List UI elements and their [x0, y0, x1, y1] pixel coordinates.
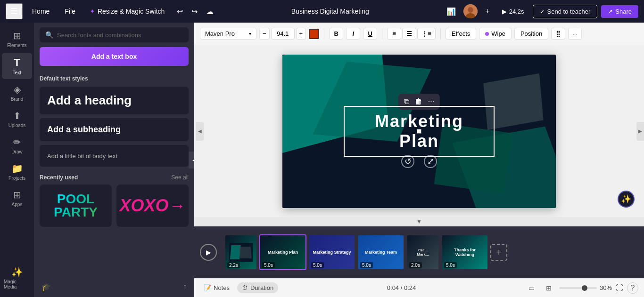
rotate-area: ↺ ⤢ [401, 155, 437, 168]
italic-button[interactable]: I [346, 28, 360, 40]
see-all-button[interactable]: See all [171, 174, 189, 181]
home-button[interactable]: Home [26, 5, 55, 18]
body-style-item[interactable]: Add a little bit of body text [40, 145, 189, 167]
sidebar-item-brand[interactable]: ◈ Brand [2, 80, 32, 105]
heading-style-item[interactable]: Add a heading [40, 87, 189, 114]
elements-icon: ⊞ [13, 30, 21, 41]
add-textbox-button[interactable]: Add a text box [40, 47, 189, 66]
panel-bottom-left-icon[interactable]: 🎓 [41, 282, 51, 291]
fullscreen-button[interactable]: ⛶ [616, 284, 623, 292]
slide-thumb-1[interactable]: 2.2s [224, 234, 257, 270]
slide-thumb-3[interactable]: Marketing Strategy 5.0s [308, 234, 355, 270]
analytics-button[interactable]: 📊 [443, 5, 460, 18]
file-button[interactable]: File [59, 5, 81, 18]
sidebar-item-magic-media[interactable]: ✨ Magic Media [2, 263, 32, 293]
font-family-selector[interactable]: Maven Pro ▾ [200, 28, 256, 40]
subheading-preview: Add a subheading [47, 125, 121, 134]
help-button[interactable]: ? [627, 282, 638, 294]
slide-duration-3: 5.0s [311, 262, 324, 268]
effects-button[interactable]: Effects [446, 28, 477, 40]
more-actions-button[interactable]: ··· [428, 97, 434, 106]
panel-collapse-left-button[interactable]: ◀ [196, 122, 204, 141]
panel-bottom-right-icon[interactable]: ↑ [183, 282, 187, 291]
slide-duration-4: 5.0s [360, 262, 373, 268]
sidebar-item-apps[interactable]: ⊞ Apps [2, 185, 32, 211]
font-search-input[interactable] [57, 32, 183, 39]
view-grid-button[interactable]: ⊞ [542, 282, 555, 294]
copy-style-button[interactable]: ⧉ [404, 97, 409, 106]
delete-element-button[interactable]: 🗑 [415, 97, 422, 106]
position-button[interactable]: Position [514, 28, 548, 40]
slide-thumb-6[interactable]: Thanks forWatching 5.0s [441, 234, 488, 270]
page-nav-button[interactable]: ▼ [413, 217, 426, 226]
plus-button[interactable]: + [481, 5, 493, 17]
sidebar-item-elements[interactable]: ⊞ Elements [2, 26, 32, 52]
font-size-decrease-button[interactable]: − [259, 28, 270, 40]
avatar[interactable] [463, 4, 478, 18]
resize-magic-button[interactable]: ✦ Resize & Magic Switch [85, 5, 169, 18]
font-search-area: 🔍 [34, 23, 194, 47]
wipe-button[interactable]: Wipe [479, 28, 512, 40]
magic-switch-icon: ✦ [90, 8, 95, 15]
checkmark-icon: ✓ [540, 8, 545, 15]
timeline-play-area: ▶ [194, 226, 223, 278]
draw-icon: ✏ [13, 136, 21, 148]
svg-rect-5 [239, 247, 252, 258]
duration-button[interactable]: ⏱ Duration [237, 282, 278, 293]
slide-thumb-4[interactable]: Marketing Team 5.0s [357, 234, 405, 270]
zoom-slider[interactable] [559, 287, 597, 289]
undo-button[interactable]: ↩ [173, 5, 187, 18]
sidebar-item-draw[interactable]: ✏ Draw [2, 133, 32, 158]
align-options-button[interactable]: ⋮≡ [417, 28, 436, 40]
rotate-handle-left[interactable]: ↺ [401, 155, 414, 168]
wipe-dot-icon [485, 32, 489, 36]
font-size-increase-button[interactable]: + [296, 28, 306, 40]
slide-thumb-5[interactable]: Cre...Mark... 2.0s [406, 234, 439, 270]
more-options-button[interactable]: ··· [568, 28, 582, 40]
bottom-strip: ▼ [194, 217, 644, 226]
sidebar-item-text[interactable]: T Text [2, 53, 32, 79]
sidebar-item-uploads[interactable]: ⬆ Uploads [2, 106, 32, 132]
slides-strip: 2.2s Marketing Plan 5.0s Marketing Strat… [223, 226, 644, 278]
share-button[interactable]: ↗ Share [601, 5, 638, 18]
align-left-button[interactable]: ≡ [387, 28, 401, 40]
view-normal-button[interactable]: ▭ [525, 282, 538, 294]
duration-icon: ⏱ [242, 284, 248, 291]
font-thumb-xoxo[interactable]: XOXO→ [116, 185, 189, 227]
notes-button[interactable]: 📝 Notes [200, 282, 233, 293]
panel-collapse-right-button[interactable]: ▶ [636, 122, 644, 141]
timeline: ▶ 2.2s Marketing Plan 5 [194, 226, 644, 278]
text-icon: T [14, 56, 20, 69]
resize-handle-center[interactable]: ⤢ [424, 155, 437, 168]
timer-button[interactable]: ▶ 24.2s [497, 6, 529, 17]
font-size-input[interactable] [271, 28, 295, 40]
sidebar-item-projects[interactable]: 📁 Projects [2, 159, 32, 185]
redo-button[interactable]: ↪ [188, 5, 201, 18]
collapse-panel-button[interactable]: ◀ [189, 152, 194, 169]
undo-redo-group: ↩ ↪ ☁ [173, 5, 217, 18]
align-center-button[interactable]: ☰ [402, 28, 416, 40]
underline-button[interactable]: U [363, 28, 377, 40]
bold-button[interactable]: B [329, 28, 343, 40]
heading-preview: Add a heading [47, 93, 132, 107]
cloud-save-button[interactable]: ☁ [202, 5, 217, 18]
slide-canvas[interactable]: ⧉ 🗑 ··· Marketing Plan ↺ [282, 55, 556, 208]
zoom-level: 30% [600, 284, 612, 291]
add-slide-button[interactable]: + [490, 244, 507, 261]
magic-assistant-button[interactable]: ✨ [618, 191, 635, 208]
slide-thumb-2[interactable]: Marketing Plan 5.0s [259, 234, 306, 270]
sidebar-item-label: Uploads [8, 123, 26, 128]
apps-icon: ⊞ [13, 189, 21, 201]
magic-media-icon: ✨ [11, 266, 23, 278]
font-thumb-pool-party[interactable]: POOLPARTY [40, 185, 112, 227]
brand-icon: ◈ [14, 84, 21, 95]
grid-view-button[interactable]: ⣿ [551, 28, 565, 40]
body-preview: Add a little bit of body text [47, 153, 117, 160]
send-to-teacher-button[interactable]: ✓ Send to teacher [533, 5, 598, 18]
subheading-style-item[interactable]: Add a subheading [40, 118, 189, 141]
text-color-box[interactable] [309, 29, 319, 39]
timeline-play-button[interactable]: ▶ [200, 244, 217, 261]
slide-main-text[interactable]: Marketing Plan [344, 106, 495, 157]
slide-duration-6: 5.0s [444, 262, 457, 268]
menu-icon[interactable]: ☰ [6, 3, 23, 19]
